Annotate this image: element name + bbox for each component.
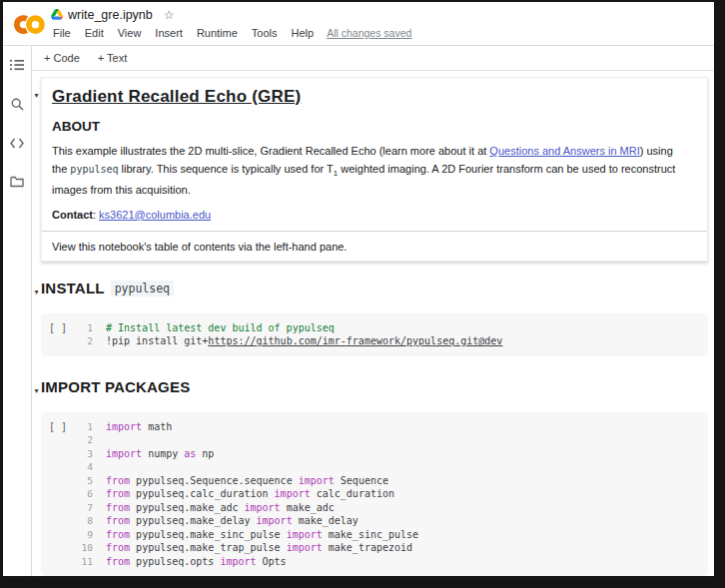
code-text: from pypulseq.make_trap_pulse import mak… — [106, 541, 412, 555]
about-heading: ABOUT — [52, 119, 695, 134]
pypulseq-inline-code: pypulseq — [70, 164, 118, 175]
collapse-arrow-icon[interactable]: ▾ — [34, 288, 38, 297]
code-text — [106, 460, 112, 474]
code-line: 4 — [75, 460, 708, 474]
code-line: 1import math — [75, 420, 708, 434]
code-text — [106, 433, 112, 447]
email-link[interactable]: ks3621@columbia.edu — [99, 209, 211, 221]
left-sidebar — [3, 46, 32, 576]
colab-window: write_gre.ipynb ☆ File Edit View Insert … — [0, 0, 725, 588]
contact-line: Contact: ks3621@columbia.edu — [52, 209, 695, 221]
cell-toolbar: + Code + Text — [32, 46, 714, 71]
drive-icon — [51, 9, 63, 20]
line-number: 6 — [75, 487, 93, 501]
install-section-badge: pypulseq — [111, 281, 174, 296]
add-text-button[interactable]: + Text — [98, 52, 127, 64]
colab-logo-icon[interactable] — [11, 12, 45, 38]
code-text: # Install latest dev build of pypulseq — [106, 321, 335, 335]
menu-help[interactable]: Help — [285, 27, 322, 39]
code-text: from pypulseq.make_sinc_pulse import mak… — [106, 528, 418, 542]
cell-title: Gradient Recalled Echo (GRE) — [52, 87, 695, 107]
menu-runtime[interactable]: Runtime — [190, 27, 245, 39]
collapse-arrow-icon[interactable]: ▾ — [34, 91, 38, 101]
code-snippets-icon[interactable] — [8, 134, 26, 152]
line-number: 4 — [75, 460, 93, 474]
menu-bar: File Edit View Insert Runtime Tools Help… — [51, 25, 411, 42]
code-line: 11from pypulseq.opts import Opts — [75, 555, 708, 569]
line-number: 5 — [75, 474, 93, 488]
menu-tools[interactable]: Tools — [245, 27, 285, 39]
line-number: 2 — [75, 433, 93, 447]
code-text: from pypulseq.opts import Opts — [106, 555, 287, 569]
about-paragraph: This example illustrates the 2D multi-sl… — [52, 143, 691, 200]
code-line: 2!pip install git+https://github.com/imr… — [75, 334, 708, 348]
line-number: 2 — [75, 334, 93, 348]
code-text: from pypulseq.make_delay import make_del… — [106, 514, 359, 528]
code-text: import math — [106, 420, 172, 434]
notebook-title[interactable]: write_gre.ipynb — [68, 8, 153, 22]
line-number: 9 — [75, 528, 93, 542]
code-editor[interactable]: 1import math2 3import numpy as np4 5from… — [75, 420, 708, 569]
code-line: 1# Install latest dev build of pypulseq — [75, 321, 708, 335]
line-number: 3 — [75, 447, 93, 461]
toc-note: View this notebook's table of contents v… — [52, 232, 695, 253]
table-of-contents-icon[interactable] — [8, 56, 26, 74]
run-cell-button[interactable]: [ ] — [41, 321, 75, 348]
code-text: import numpy as np — [106, 447, 214, 461]
import-section-title: IMPORT PACKAGES — [41, 378, 190, 395]
code-text: from pypulseq.calc_duration import calc_… — [106, 487, 394, 501]
install-section-title: INSTALL — [41, 280, 105, 296]
install-code-cell[interactable]: [ ] 1# Install latest dev build of pypul… — [41, 313, 708, 356]
menu-insert[interactable]: Insert — [148, 27, 190, 39]
code-editor[interactable]: 1# Install latest dev build of pypulseq2… — [75, 321, 708, 348]
notebook-area: ▾ Gradient Recalled Echo (GRE) ABOUT Thi… — [32, 71, 714, 576]
save-status[interactable]: All changes saved — [327, 27, 411, 39]
code-line: 5from pypulseq.Sequence.sequence import … — [75, 474, 708, 488]
code-text: from pypulseq.make_adc import make_adc — [106, 501, 335, 515]
menu-edit[interactable]: Edit — [78, 27, 111, 39]
app-header: write_gre.ipynb ☆ File Edit View Insert … — [3, 2, 714, 46]
line-number: 1 — [75, 420, 93, 434]
code-line: 10from pypulseq.make_trap_pulse import m… — [75, 541, 708, 555]
para-text: library. This sequence is typically used… — [119, 163, 334, 175]
add-code-button[interactable]: + Code — [44, 52, 80, 64]
code-line: 7from pypulseq.make_adc import make_adc — [75, 501, 708, 515]
search-icon[interactable] — [8, 95, 26, 113]
code-line: 3import numpy as np — [75, 447, 708, 461]
code-text: !pip install git+https://github.com/imr-… — [106, 334, 502, 348]
line-number: 11 — [75, 555, 93, 569]
mri-qa-link[interactable]: Questions and Answers in MRI — [489, 145, 639, 157]
code-line: 6from pypulseq.calc_duration import calc… — [75, 487, 708, 501]
code-text: from pypulseq.Sequence.sequence import S… — [106, 474, 388, 488]
line-number: 1 — [75, 321, 93, 335]
markdown-cell[interactable]: Gradient Recalled Echo (GRE) ABOUT This … — [41, 77, 708, 262]
code-line: 8from pypulseq.make_delay import make_de… — [75, 514, 708, 528]
line-number: 7 — [75, 501, 93, 515]
star-icon[interactable]: ☆ — [164, 8, 175, 22]
menu-file[interactable]: File — [51, 27, 78, 39]
contact-label: Contact — [52, 209, 93, 221]
run-cell-button[interactable]: [ ] — [41, 420, 75, 569]
code-line: 9from pypulseq.make_sinc_pulse import ma… — [75, 528, 708, 542]
import-code-cell[interactable]: [ ] 1import math2 3import numpy as np4 5… — [41, 412, 708, 576]
collapse-arrow-icon[interactable]: ▾ — [34, 386, 38, 396]
para-text: This example illustrates the 2D multi-sl… — [52, 145, 489, 157]
line-number: 10 — [75, 541, 93, 555]
line-number: 8 — [75, 514, 93, 528]
menu-view[interactable]: View — [111, 27, 149, 39]
files-icon[interactable] — [8, 173, 26, 191]
code-line: 2 — [75, 433, 708, 447]
